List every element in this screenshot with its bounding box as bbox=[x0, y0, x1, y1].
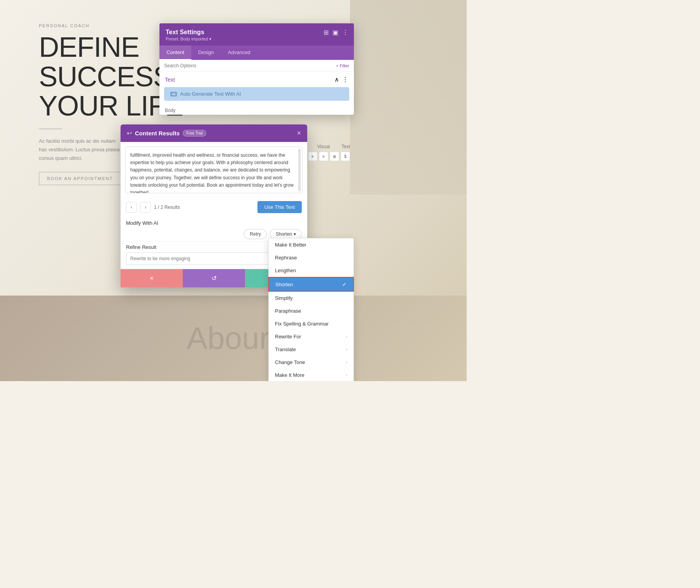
refine-input[interactable] bbox=[126, 252, 287, 265]
layout-icon[interactable]: ▣ bbox=[332, 29, 338, 36]
rewrite-for-arrow-icon: › bbox=[346, 334, 347, 339]
ai-badge: AI bbox=[170, 92, 177, 96]
panel-header-icons: ⊞ ▣ ⋮ bbox=[324, 29, 348, 36]
change-tone-label: Change Tone bbox=[275, 359, 305, 365]
text-label: Text bbox=[341, 144, 350, 149]
make-better-label: Make It Better bbox=[275, 242, 306, 248]
make-it-more-label: Make It More bbox=[275, 372, 304, 378]
rephrase-label: Rephrase bbox=[275, 255, 297, 261]
result-text: fulfillment, improved health and wellnes… bbox=[130, 152, 294, 193]
dropdown-item-translate[interactable]: Translate › bbox=[269, 343, 354, 356]
selected-checkmark-icon: ✓ bbox=[342, 281, 347, 287]
simplify-label: Simplify bbox=[275, 295, 293, 301]
translate-arrow-icon: › bbox=[346, 347, 347, 352]
tab-advanced[interactable]: Advanced bbox=[221, 46, 257, 60]
prev-page-button[interactable]: ‹ bbox=[126, 202, 137, 213]
text-settings-panel: Text Settings Preset: Body imported ▾ ⊞ … bbox=[159, 23, 354, 115]
page-nav: ‹ › 1 / 2 Results bbox=[126, 202, 180, 213]
dropdown-item-rephrase[interactable]: Rephrase bbox=[269, 251, 354, 264]
filter-button[interactable]: + Filter bbox=[336, 63, 349, 68]
lengthen-label: Lengthen bbox=[275, 268, 296, 273]
dropdown-item-simplify[interactable]: Simplify bbox=[269, 292, 354, 304]
shorten-item-label: Shorten bbox=[275, 282, 293, 287]
text-section-title: Text bbox=[165, 77, 175, 83]
settings-icon[interactable]: ⊞ bbox=[324, 29, 329, 36]
modal-title: Content Results bbox=[135, 130, 180, 136]
retry-button[interactable]: Retry bbox=[244, 229, 267, 239]
format-buttons: ≡ ≡ ⊞ $ bbox=[308, 152, 350, 161]
shorten-dropdown-menu: Make It Better Rephrase Lengthen Shorten… bbox=[268, 238, 354, 381]
dropdown-item-rewrite-for[interactable]: Rewrite For › bbox=[269, 330, 354, 343]
hero-divider bbox=[39, 129, 62, 129]
dropdown-item-make-it-more[interactable]: Make It More › bbox=[269, 369, 354, 381]
ai-generate-button[interactable]: AI Auto Generate Text With AI bbox=[164, 87, 349, 101]
panel-search-bar: + Filter bbox=[159, 60, 354, 72]
text-section-icons: ∧ ⋮ bbox=[334, 76, 348, 83]
shorten-arrow-icon: ▾ bbox=[294, 231, 296, 237]
visual-label: Visual bbox=[317, 144, 330, 149]
back-arrow-icon[interactable]: ↩ bbox=[127, 130, 132, 137]
fix-spelling-label: Fix Spelling & Grammar bbox=[275, 321, 329, 327]
use-text-button[interactable]: Use This Text bbox=[257, 201, 302, 213]
pagination-row: ‹ › 1 / 2 Results Use This Text bbox=[121, 198, 307, 216]
table-btn[interactable]: ⊞ bbox=[330, 152, 339, 161]
dropdown-item-make-better[interactable]: Make It Better bbox=[269, 238, 354, 251]
align-center-btn[interactable]: ≡ bbox=[319, 152, 328, 161]
text-section-header: Text ∧ ⋮ bbox=[159, 72, 354, 87]
about-text: Abou bbox=[187, 320, 259, 356]
section-more-icon[interactable]: ⋮ bbox=[342, 76, 348, 83]
translate-label: Translate bbox=[275, 346, 296, 352]
make-it-more-arrow-icon: › bbox=[346, 373, 347, 377]
free-trial-badge: Free Trial bbox=[183, 130, 206, 136]
rewrite-for-label: Rewrite For bbox=[275, 334, 301, 340]
format-toolbar: Visual Text bbox=[317, 144, 350, 149]
align-left-btn[interactable]: ≡ bbox=[308, 152, 317, 161]
bottom-section: Abou radly bbox=[0, 296, 467, 381]
hero-body-text: Ac facilisi morbi quis ac dis nuliam hac… bbox=[39, 137, 124, 163]
hero-right-image bbox=[350, 0, 467, 194]
result-text-area: fulfillment, improved health and wellnes… bbox=[125, 147, 303, 193]
modal-title-area: ↩ Content Results Free Trial bbox=[127, 130, 206, 137]
panel-subtitle: Preset: Body imported ▾ bbox=[166, 37, 348, 42]
change-tone-arrow-icon: › bbox=[346, 360, 347, 364]
page-info: 1 / 2 Results bbox=[154, 205, 180, 210]
panel-header: Text Settings Preset: Body imported ▾ ⊞ … bbox=[159, 23, 354, 46]
dropdown-item-paraphrase[interactable]: Paraphrase bbox=[269, 304, 354, 317]
more-icon[interactable]: ⋮ bbox=[342, 29, 348, 36]
modal-close-button[interactable]: × bbox=[297, 129, 301, 137]
reset-button[interactable]: ↺ bbox=[183, 269, 245, 287]
search-input[interactable] bbox=[164, 63, 336, 68]
modal-header: ↩ Content Results Free Trial × bbox=[121, 124, 307, 142]
dollar-btn[interactable]: $ bbox=[341, 152, 350, 161]
dropdown-item-change-tone[interactable]: Change Tone › bbox=[269, 356, 354, 369]
dropdown-item-fix-spelling[interactable]: Fix Spelling & Grammar bbox=[269, 317, 354, 330]
paraphrase-label: Paraphrase bbox=[275, 308, 301, 314]
dropdown-item-lengthen[interactable]: Lengthen bbox=[269, 264, 354, 277]
shorten-label: Shorten bbox=[276, 231, 292, 237]
dropdown-item-shorten[interactable]: Shorten ✓ bbox=[268, 277, 354, 292]
book-appointment-button[interactable]: BOOK AN APPOINTMENT bbox=[39, 172, 121, 185]
ai-generate-label: Auto Generate Text With AI bbox=[180, 91, 241, 97]
next-page-button[interactable]: › bbox=[140, 202, 151, 213]
cancel-button[interactable]: × bbox=[121, 269, 183, 287]
panel-tabs: Content Design Advanced bbox=[159, 46, 354, 60]
panel-title: Text Settings bbox=[166, 29, 348, 36]
tab-content[interactable]: Content bbox=[159, 46, 191, 60]
tab-design[interactable]: Design bbox=[191, 46, 221, 60]
chevron-up-icon[interactable]: ∧ bbox=[334, 76, 339, 83]
modify-label: Modify With AI bbox=[126, 220, 302, 226]
body-label: Body bbox=[159, 105, 354, 115]
